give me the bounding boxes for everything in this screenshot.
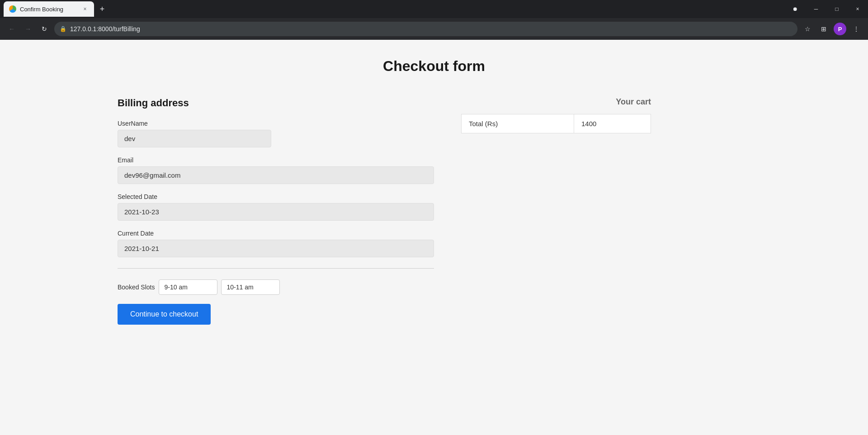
cart-table: Total (Rs) 1400 [461, 114, 651, 133]
refresh-button[interactable]: ↻ [38, 23, 51, 35]
username-input[interactable] [118, 130, 271, 147]
form-divider [118, 268, 434, 269]
cart-section: Your cart Total (Rs) 1400 [461, 97, 651, 325]
cart-heading: Your cart [461, 97, 651, 107]
maximize-button[interactable]: □ [826, 0, 847, 18]
current-date-group: Current Date [118, 230, 434, 257]
checkout-layout: Billing address UserName Email Selected … [118, 97, 750, 325]
page-title: Checkout form [36, 58, 832, 75]
selected-date-input[interactable] [118, 203, 434, 221]
tab-close-button[interactable]: × [81, 5, 89, 13]
lock-icon: 🔒 [60, 26, 66, 32]
cart-total-label: Total (Rs) [462, 114, 574, 133]
forward-button[interactable]: → [22, 23, 34, 35]
page-content: Checkout form Billing address UserName E… [0, 40, 868, 435]
selected-date-label: Selected Date [118, 193, 434, 200]
email-label: Email [118, 156, 434, 164]
back-button[interactable]: ← [5, 23, 18, 35]
profile-button[interactable]: P [834, 23, 846, 35]
address-bar[interactable]: 🔒 127.0.0.1:8000/turfBilling [54, 22, 797, 36]
new-tab-button[interactable]: + [96, 3, 108, 15]
billing-heading: Billing address [118, 97, 434, 109]
menu-button[interactable]: ⋮ [850, 23, 863, 35]
address-text: 127.0.0.1:8000/turfBilling [70, 25, 140, 33]
slot1-input[interactable] [159, 279, 217, 295]
tab-favicon [9, 5, 16, 13]
username-group: UserName [118, 120, 434, 147]
billing-section: Billing address UserName Email Selected … [118, 97, 434, 325]
email-input[interactable] [118, 166, 434, 184]
email-group: Email [118, 156, 434, 184]
browser-actions: ☆ ⊞ P ⋮ [801, 23, 863, 35]
record-button[interactable]: ⏺ [785, 0, 806, 18]
continue-to-checkout-button[interactable]: Continue to checkout [118, 304, 211, 325]
booked-slots-label: Booked Slots [118, 284, 155, 291]
minimize-button[interactable]: ─ [806, 0, 826, 18]
active-tab[interactable]: Confirm Booking × [4, 1, 94, 17]
window-close-button[interactable]: × [847, 0, 868, 18]
extensions-button[interactable]: ⊞ [817, 23, 830, 35]
cart-total-row: Total (Rs) 1400 [462, 114, 651, 133]
tab-title: Confirm Booking [20, 6, 78, 13]
star-button[interactable]: ☆ [801, 23, 814, 35]
slot2-input[interactable] [221, 279, 280, 295]
current-date-label: Current Date [118, 230, 434, 237]
cart-total-value: 1400 [574, 114, 651, 133]
current-date-input[interactable] [118, 240, 434, 257]
browser-controls: ← → ↻ 🔒 127.0.0.1:8000/turfBilling ☆ ⊞ P… [0, 18, 868, 40]
tab-bar: Confirm Booking × + ⏺ ─ □ × [0, 0, 868, 18]
username-label: UserName [118, 120, 434, 127]
selected-date-group: Selected Date [118, 193, 434, 221]
booked-slots-row: Booked Slots [118, 279, 434, 295]
